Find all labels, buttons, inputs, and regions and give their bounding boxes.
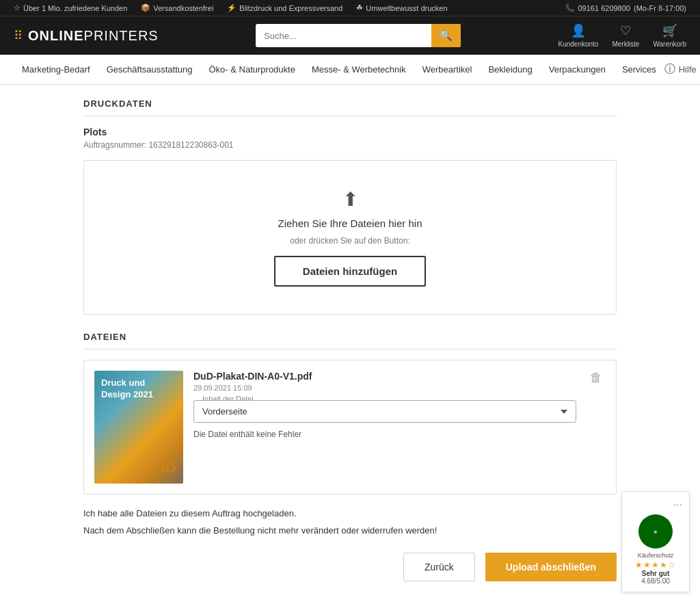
- nav-item-werbeartikel[interactable]: Werbeartikel: [414, 55, 481, 84]
- phone-icon: 📞: [565, 3, 575, 12]
- leaf-icon: ☘: [356, 3, 363, 12]
- nav-item-services[interactable]: Services: [614, 55, 664, 84]
- upload-icon: ⬆: [342, 188, 358, 211]
- topbar-item-2: 📦 Versandkostenfrei: [141, 3, 213, 12]
- top-bar-right: 📞 09161 6209800 (Mo-Fr 8-17:00): [565, 3, 687, 12]
- user-icon: 👤: [571, 23, 586, 38]
- box-icon: 📦: [141, 3, 150, 12]
- select-wrapper: Inhalt der Datei Vorderseite Rückseite: [193, 400, 576, 423]
- file-name: DuD-Plakat-DIN-A0-V1.pdf: [193, 371, 576, 382]
- order-number: Auftragsnummer: 163291812230863-001: [83, 140, 617, 150]
- top-bar-left: ☆ Über 1 Mio. zufriedene Kunden 📦 Versan…: [14, 3, 448, 12]
- header: ⠿ ONLINEPRINTERS 🔍 👤 Kundenkonto ♡ Merkl…: [0, 16, 700, 55]
- file-info: DuD-Plakat-DIN-A0-V1.pdf 29.09.2021 15:0…: [193, 371, 576, 439]
- topbar-label-1: Über 1 Mio. zufriedene Kunden: [23, 4, 127, 12]
- trusted-badge-logo: e: [638, 514, 673, 549]
- topbar-label-4: Umweltbewusst drucken: [366, 4, 447, 12]
- trusted-badge-quality: Käuferschutz: [629, 552, 682, 559]
- header-icons: 👤 Kundenkonto ♡ Merkliste 🛒 Warenkorb: [558, 23, 686, 48]
- file-thumbnail: Druck undDesign 2021 ÐD: [94, 371, 183, 484]
- trusted-badge: ··· e Käuferschutz ★★★★☆ Sehr gut 4.68/5…: [621, 491, 690, 592]
- upload-or-text: oder drücken Sie auf den Button:: [290, 236, 409, 246]
- nav-left: Marketing-Bedarf Geschäftsausstattung Ök…: [14, 55, 664, 84]
- confirm-text-1: Ich habe alle Dateien zu diesem Auftrag …: [83, 508, 617, 518]
- phone-number: 09161 6209800: [578, 4, 630, 12]
- trusted-badge-stars: ★★★★☆: [629, 560, 682, 570]
- heart-icon: ♡: [620, 23, 631, 38]
- action-buttons: Zurück Upload abschließen: [83, 553, 617, 581]
- thumbnail-logo: ÐD: [154, 459, 176, 477]
- merkliste-label: Merkliste: [612, 40, 639, 48]
- nav-item-oeko[interactable]: Öko- & Naturprodukte: [200, 55, 303, 84]
- trusted-badge-rating: 4.68/5.00: [629, 577, 682, 585]
- topbar-item-4: ☘ Umweltbewusst drucken: [356, 3, 447, 12]
- lightning-icon: ⚡: [227, 3, 237, 12]
- cart-icon: 🛒: [662, 23, 677, 38]
- topbar-item-3: ⚡ Blitzdruck und Expressversand: [227, 3, 342, 12]
- topbar-label-2: Versandkostenfrei: [153, 4, 213, 12]
- nav-item-bekleidung[interactable]: Bekleidung: [480, 55, 540, 84]
- merkliste-button[interactable]: ♡ Merkliste: [612, 23, 639, 48]
- trusted-badge-label: Sehr gut: [629, 570, 682, 577]
- nav-item-geschaeft[interactable]: Geschäftsausstattung: [98, 55, 201, 84]
- trusted-badge-dots[interactable]: ···: [629, 499, 682, 511]
- order-number-value: 163291812230863-001: [148, 140, 233, 150]
- druckdaten-title: DRUCKDATEN: [83, 98, 617, 116]
- top-bar: ☆ Über 1 Mio. zufriedene Kunden 📦 Versan…: [0, 0, 700, 16]
- back-button[interactable]: Zurück: [403, 553, 475, 581]
- nav-item-verpackungen[interactable]: Verpackungen: [541, 55, 614, 84]
- search-bar[interactable]: 🔍: [256, 24, 461, 47]
- help-label: Hilfe: [679, 64, 697, 75]
- topbar-item-1: ☆ Über 1 Mio. zufriedene Kunden: [14, 3, 127, 12]
- file-card: Druck undDesign 2021 ÐD DuD-Plakat-DIN-A…: [83, 360, 617, 495]
- nav-item-messe[interactable]: Messe- & Werbetechnik: [304, 55, 414, 84]
- phone-hours: (Mo-Fr 8-17:00): [634, 4, 686, 12]
- search-input[interactable]: [256, 25, 431, 47]
- logo-text: ONLINEPRINTERS: [28, 28, 159, 44]
- upload-finish-button[interactable]: Upload abschließen: [485, 553, 617, 581]
- star-icon: ☆: [14, 3, 21, 12]
- kundenkonto-label: Kundenkonto: [558, 40, 598, 48]
- topbar-label-3: Blitzdruck und Expressversand: [239, 4, 342, 12]
- order-number-label: Auftragsnummer:: [83, 140, 146, 150]
- kundenkonto-button[interactable]: 👤 Kundenkonto: [558, 23, 598, 48]
- nav-help[interactable]: ⓘ Hilfe: [664, 62, 697, 77]
- warenkorb-button[interactable]: 🛒 Warenkorb: [653, 23, 686, 48]
- upload-area[interactable]: ⬆ Ziehen Sie Ihre Dateien hier hin oder …: [83, 160, 617, 315]
- help-icon: ⓘ: [664, 62, 675, 77]
- files-section: DATEIEN Druck undDesign 2021 ÐD DuD-Plak…: [83, 332, 617, 495]
- warenkorb-label: Warenkorb: [653, 40, 686, 48]
- trusted-badge-logo-text: e: [654, 529, 657, 535]
- thumbnail-title: Druck undDesign 2021: [101, 378, 176, 401]
- file-date: 29.09.2021 15:09: [193, 384, 576, 392]
- upload-main-text: Ziehen Sie Ihre Dateien hier hin: [278, 218, 422, 229]
- dateien-title: DATEIEN: [83, 332, 617, 350]
- file-delete-button[interactable]: 🗑: [587, 371, 606, 385]
- file-content-select[interactable]: Vorderseite Rückseite: [193, 400, 576, 423]
- main-content: DRUCKDATEN Plots Auftragsnummer: 1632918…: [70, 85, 630, 606]
- search-button[interactable]: 🔍: [431, 24, 461, 47]
- nav-item-marketing[interactable]: Marketing-Bedarf: [14, 55, 98, 84]
- confirm-text-2: Nach dem Abschließen kann die Bestellung…: [83, 525, 617, 536]
- file-no-errors: Die Datei enthält keine Fehler: [193, 430, 576, 439]
- nav: Marketing-Bedarf Geschäftsausstattung Ök…: [0, 55, 700, 85]
- add-files-button[interactable]: Dateien hinzufügen: [274, 256, 426, 287]
- logo-icon: ⠿: [14, 28, 23, 43]
- order-title: Plots: [83, 127, 617, 137]
- logo[interactable]: ⠿ ONLINEPRINTERS: [14, 28, 159, 44]
